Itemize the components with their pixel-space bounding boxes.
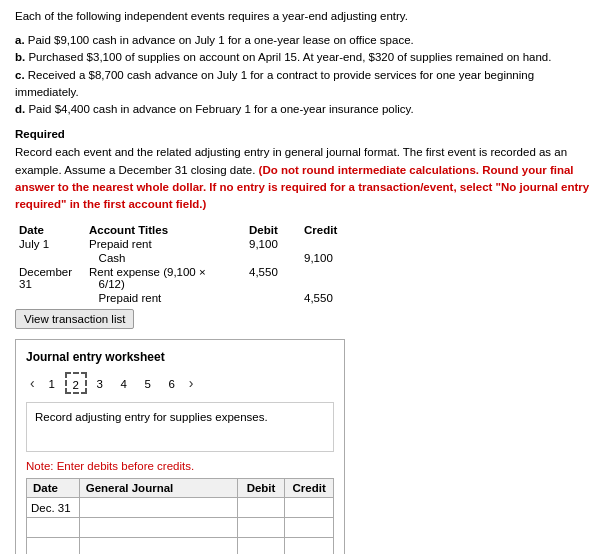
col-credit: Credit <box>300 223 355 237</box>
row1-debit[interactable] <box>237 498 284 518</box>
event-d-text: Paid $4,400 cash in advance on February … <box>28 103 413 115</box>
intro-text: Each of the following independent events… <box>15 10 594 22</box>
ex-row4-credit: 4,550 <box>300 291 355 305</box>
page-3-btn[interactable]: 3 <box>89 372 111 394</box>
row2-debit[interactable] <box>237 518 284 538</box>
ex-row1-credit <box>300 237 355 251</box>
row1-credit[interactable] <box>285 498 334 518</box>
col-account: Account Titles <box>85 223 245 237</box>
th-debit: Debit <box>237 479 284 498</box>
required-text: Record each event and the related adjust… <box>15 144 594 213</box>
row2-credit[interactable] <box>285 518 334 538</box>
ex-row1-date: July 1 <box>15 237 85 251</box>
ex-row1-account: Prepaid rent <box>85 237 245 251</box>
ex-row3-credit <box>300 265 355 291</box>
events-list: a. Paid $9,100 cash in advance on July 1… <box>15 32 594 118</box>
ex-row4-debit <box>245 291 300 305</box>
worksheet-title: Journal entry worksheet <box>26 350 334 364</box>
required-label: Required <box>15 128 594 140</box>
row3-journal[interactable] <box>79 538 237 554</box>
prev-arrow[interactable]: ‹ <box>26 374 39 392</box>
event-c-label: c. <box>15 69 25 81</box>
page-6-btn[interactable]: 6 <box>161 372 183 394</box>
page-1-btn[interactable]: 1 <box>41 372 63 394</box>
row3-credit[interactable] <box>285 538 334 554</box>
table-row <box>27 518 334 538</box>
col-debit: Debit <box>245 223 300 237</box>
row3-debit[interactable] <box>237 538 284 554</box>
event-c-text: Received a $8,700 cash advance on July 1… <box>15 69 534 98</box>
required-section: Required Record each event and the relat… <box>15 128 594 213</box>
ex-row3-date: December31 <box>15 265 85 291</box>
next-arrow[interactable]: › <box>185 374 198 392</box>
row2-journal[interactable] <box>79 518 237 538</box>
nav-row: ‹ 1 2 3 4 5 6 › <box>26 372 334 394</box>
th-credit: Credit <box>285 479 334 498</box>
worksheet-container: Journal entry worksheet ‹ 1 2 3 4 5 6 › … <box>15 339 345 554</box>
th-journal: General Journal <box>79 479 237 498</box>
ex-row2-date <box>15 251 85 265</box>
entry-table: Date General Journal Debit Credit Dec. 3… <box>26 478 334 554</box>
event-a-label: a. <box>15 34 25 46</box>
instruction-box: Record adjusting entry for supplies expe… <box>26 402 334 452</box>
event-b-text: Purchased $3,100 of supplies on account … <box>28 51 551 63</box>
note-text: Note: Enter debits before credits. <box>26 460 334 472</box>
view-transaction-btn[interactable]: View transaction list <box>15 309 134 329</box>
page-5-btn[interactable]: 5 <box>137 372 159 394</box>
row2-date <box>27 518 80 538</box>
th-date: Date <box>27 479 80 498</box>
ex-row2-account: Cash <box>85 251 245 265</box>
ex-row3-debit: 4,550 <box>245 265 300 291</box>
ex-row1-debit: 9,100 <box>245 237 300 251</box>
col-date: Date <box>15 223 85 237</box>
ex-row3-account: Rent expense (9,100 × 6/12) <box>85 265 245 291</box>
row3-date <box>27 538 80 554</box>
page-4-btn[interactable]: 4 <box>113 372 135 394</box>
table-row <box>27 538 334 554</box>
event-a-text: Paid $9,100 cash in advance on July 1 fo… <box>28 34 414 46</box>
ex-row2-credit: 9,100 <box>300 251 355 265</box>
ex-row2-debit <box>245 251 300 265</box>
ex-row4-account: Prepaid rent <box>85 291 245 305</box>
row1-journal[interactable] <box>79 498 237 518</box>
page-2-btn[interactable]: 2 <box>65 372 87 394</box>
ex-row4-date <box>15 291 85 305</box>
event-b-label: b. <box>15 51 25 63</box>
event-d-label: d. <box>15 103 25 115</box>
example-journal-table: Date Account Titles Debit Credit July 1 … <box>15 223 355 305</box>
row1-date: Dec. 31 <box>27 498 80 518</box>
table-row: Dec. 31 <box>27 498 334 518</box>
